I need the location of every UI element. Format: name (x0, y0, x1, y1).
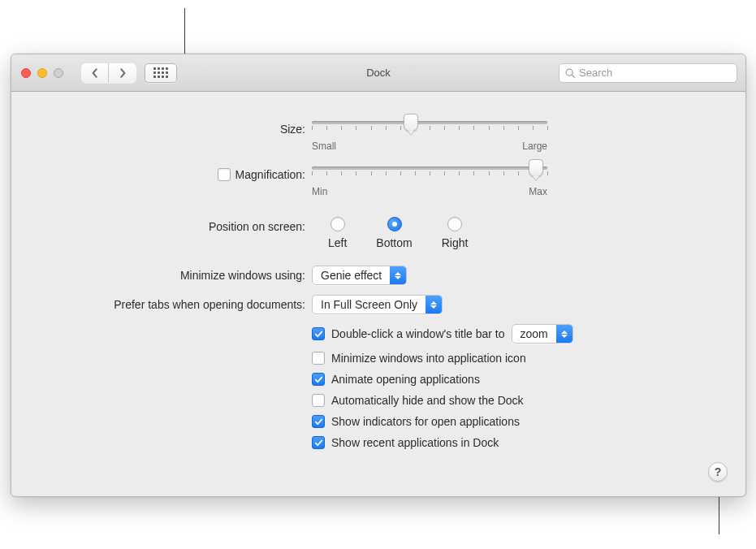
minimize-effect-value: Genie effect (313, 269, 390, 282)
animate-label: Animate opening applications (331, 373, 480, 386)
popup-arrows-icon (556, 325, 572, 343)
prefer-tabs-label: Prefer tabs when opening documents: (114, 298, 305, 311)
chevron-right-icon (118, 68, 127, 78)
autohide-label: Automatically hide and show the Dock (331, 394, 524, 407)
mag-max-label: Max (529, 186, 547, 197)
autohide-checkbox[interactable] (312, 394, 325, 407)
minimize-button[interactable] (37, 68, 47, 78)
preferences-window: Dock Size: (11, 54, 746, 497)
magnification-checkbox[interactable] (218, 168, 231, 181)
position-left-radio[interactable] (330, 217, 345, 231)
minimize-effect-popup[interactable]: Genie effect (312, 266, 407, 285)
recent-apps-checkbox[interactable] (312, 436, 325, 449)
position-bottom-label: Bottom (376, 236, 412, 249)
double-click-action-popup[interactable]: zoom (512, 324, 573, 344)
animate-checkbox[interactable] (312, 373, 325, 386)
size-label: Size: (280, 123, 305, 136)
back-button[interactable] (81, 63, 109, 83)
prefer-tabs-popup[interactable]: In Full Screen Only (312, 295, 443, 314)
magnification-slider[interactable] (312, 166, 547, 176)
position-bottom-radio[interactable] (387, 217, 402, 231)
indicators-label: Show indicators for open applications (331, 415, 520, 428)
size-slider-thumb[interactable] (404, 114, 418, 132)
grid-icon (153, 67, 168, 78)
show-all-button[interactable] (145, 63, 177, 83)
position-label: Position on screen: (209, 220, 305, 233)
minimize-into-icon-label: Minimize windows into application icon (331, 352, 526, 365)
toolbar: Dock (11, 54, 745, 92)
size-max-label: Large (522, 140, 547, 152)
position-left-label: Left (328, 236, 347, 249)
minimize-using-label: Minimize windows using: (180, 269, 305, 282)
popup-arrows-icon (390, 266, 406, 284)
chevron-left-icon (90, 68, 100, 78)
magnification-label: Magnification: (235, 168, 305, 181)
search-icon (564, 67, 576, 79)
double-click-action-value: zoom (512, 327, 556, 340)
size-min-label: Small (312, 140, 336, 152)
magnification-slider-thumb[interactable] (529, 159, 543, 177)
search-input[interactable] (579, 67, 732, 79)
search-field[interactable] (559, 63, 737, 83)
position-right-radio[interactable] (447, 217, 462, 231)
help-icon: ? (715, 465, 722, 478)
indicators-checkbox[interactable] (312, 415, 325, 428)
position-radio-group: Left Bottom Right (328, 217, 468, 249)
double-click-label: Double-click a window's title bar to (331, 327, 505, 340)
close-button[interactable] (21, 68, 31, 78)
callout-line-top (184, 8, 185, 55)
help-button[interactable]: ? (708, 462, 728, 482)
mag-min-label: Min (312, 186, 327, 197)
minimize-into-icon-checkbox[interactable] (312, 352, 325, 365)
zoom-window-button[interactable] (54, 68, 63, 78)
nav-segmented (81, 63, 136, 83)
window-controls (21, 68, 63, 78)
content-area: Size: Small L (11, 92, 745, 496)
svg-line-1 (572, 75, 574, 77)
size-slider[interactable] (312, 121, 547, 131)
recent-apps-label: Show recent applications in Dock (331, 436, 499, 449)
position-right-label: Right (442, 236, 469, 249)
popup-arrows-icon (426, 296, 442, 313)
forward-button[interactable] (109, 63, 136, 83)
prefer-tabs-value: In Full Screen Only (313, 298, 426, 311)
double-click-checkbox[interactable] (312, 327, 325, 340)
